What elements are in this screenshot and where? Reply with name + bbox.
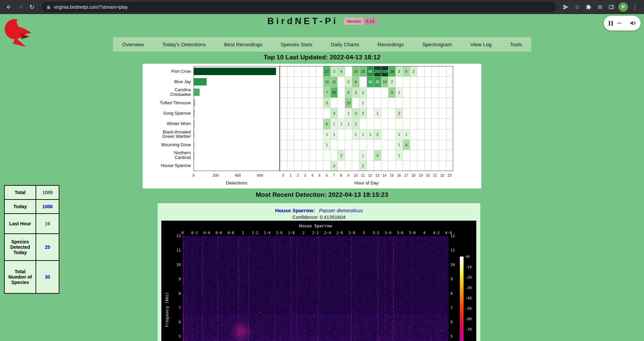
heatmap-cell (294, 76, 302, 87)
time-tick: 1·6 (276, 231, 282, 235)
nav-item-best-recordings[interactable]: Best Recordings (221, 42, 266, 48)
heatmap-cell (309, 66, 316, 76)
profile-avatar[interactable]: P (619, 2, 628, 12)
heatmap-cell: 9 (352, 76, 359, 87)
detection-header: House Sparrow: Passer domesticus (158, 203, 480, 214)
hour-tick: 18 (410, 173, 417, 177)
pause-button[interactable] (609, 21, 613, 26)
seek-slider[interactable] (617, 23, 622, 23)
page-title: BirdNET-Pi (267, 16, 338, 26)
heatmap-cell (374, 118, 381, 129)
heatmap-axis-label: Hour of Day (280, 180, 453, 185)
bar-area (194, 76, 280, 87)
heatmap-cell (309, 139, 316, 150)
hour-tick: 20 (424, 173, 432, 177)
heatmap-cell (431, 108, 439, 118)
heatmap-cell (352, 139, 359, 150)
heatmap-cell (446, 118, 453, 129)
heatmap-cell: 14 (352, 66, 359, 76)
heatmap-cell (294, 66, 302, 76)
heatmap-cell (439, 87, 446, 98)
detection-scientific-name[interactable]: Passer domesticus (319, 208, 363, 213)
heatmap-cell (446, 108, 453, 118)
heatmap-cell (330, 98, 338, 108)
heatmap-cell: 1 (374, 108, 381, 118)
species-label: Winter Wren (143, 121, 194, 126)
hour-tick: 2 (294, 173, 302, 177)
nav-item-overview[interactable]: Overview (119, 42, 147, 48)
heatmap-cell (294, 87, 302, 98)
heatmap-cell (345, 150, 352, 160)
heatmap-cell (345, 66, 352, 76)
heatmap-cell (280, 139, 287, 150)
heatmap-cell (280, 161, 287, 171)
heatmap-cell (446, 66, 453, 76)
bar-axis-tick: 600 (257, 173, 263, 177)
heat-row: 2141 (280, 150, 453, 160)
nav-item-today-s-detections[interactable]: Today's Detections (159, 42, 209, 48)
send-button[interactable] (560, 1, 572, 13)
heatmap-cell: 319 (381, 66, 388, 76)
stat-value[interactable]: 25 (36, 234, 59, 261)
heatmap-cell (337, 108, 345, 118)
nav-item-daily-charts[interactable]: Daily Charts (327, 42, 362, 48)
heatmap-cell (431, 76, 439, 87)
heatmap-cell (424, 150, 432, 160)
bookmark-button[interactable]: ☆ (572, 1, 583, 13)
heatmap-cell (410, 98, 417, 108)
nav-item-species-stats[interactable]: Species Stats (277, 42, 316, 48)
nav-item-view-log[interactable]: View Log (467, 42, 495, 48)
heatmap-cell (402, 108, 410, 118)
address-bar[interactable]: virginia.birdnetpi.com/?stream=play (42, 2, 556, 12)
menu-button[interactable]: ⋮ (629, 1, 641, 13)
heatmap-cell (359, 118, 367, 129)
heatmap-cell (431, 98, 439, 108)
heatmap-cell: 1 (337, 118, 345, 129)
detection-species-link[interactable]: House Sparrow: (275, 208, 315, 213)
colorbar-tick: -50 (465, 306, 472, 310)
reload-button[interactable]: ↻ (26, 1, 38, 13)
top10-chart: Fish Crow273414166825331928362Blue Jay10… (143, 64, 481, 188)
extensions-button[interactable] (583, 1, 594, 13)
heatmap-cell (302, 98, 309, 108)
hour-tick: 15 (388, 173, 395, 177)
back-button[interactable] (3, 1, 15, 13)
back-icon (6, 4, 12, 10)
heatmap-cell (446, 87, 453, 98)
heatmap-cell (294, 150, 302, 160)
heatmap-cell (337, 87, 345, 98)
forward-button[interactable] (15, 1, 26, 13)
detections-bar (194, 110, 195, 117)
reading-list-button[interactable] (594, 1, 606, 13)
audio-player (604, 16, 641, 31)
detections-bar (194, 68, 276, 75)
detections-bar (194, 99, 195, 107)
side-panel-button[interactable] (606, 1, 617, 13)
heatmap-cell (410, 76, 417, 87)
heatmap-cell (431, 118, 439, 129)
heatmap-cell: 68 (367, 66, 374, 76)
time-tick: 1·8 (288, 231, 294, 235)
hour-tick: 13 (374, 173, 381, 177)
stat-label: Last Hour (4, 214, 36, 234)
nav-item-tools[interactable]: Tools (506, 42, 525, 48)
heatmap-cell (431, 139, 439, 150)
spectrogram: House Sparrow 00·20·40·60·811·21·41·61·8… (161, 221, 476, 341)
hour-tick: 11 (359, 173, 367, 177)
heatmap-cell (302, 161, 309, 171)
heatmap-cell (446, 139, 453, 150)
heatmap-cell (374, 98, 381, 108)
heatmap-cell: 9 (388, 87, 395, 98)
freq-tick: 6 (450, 320, 453, 324)
stat-value[interactable]: 30 (36, 261, 59, 293)
heatmap-cell (424, 129, 432, 139)
time-tick: 4 (423, 231, 426, 235)
heat-row: 11111211 (280, 129, 453, 139)
volume-button[interactable] (630, 20, 636, 26)
nav-item-spectrogram[interactable]: Spectrogram (419, 42, 455, 48)
heatmap-cell (330, 139, 338, 150)
nav-item-recordings[interactable]: Recordings (374, 42, 407, 48)
detections-bar (194, 130, 195, 138)
heatmap-cell (417, 150, 424, 160)
stat-value[interactable]: 1006 (36, 200, 59, 214)
